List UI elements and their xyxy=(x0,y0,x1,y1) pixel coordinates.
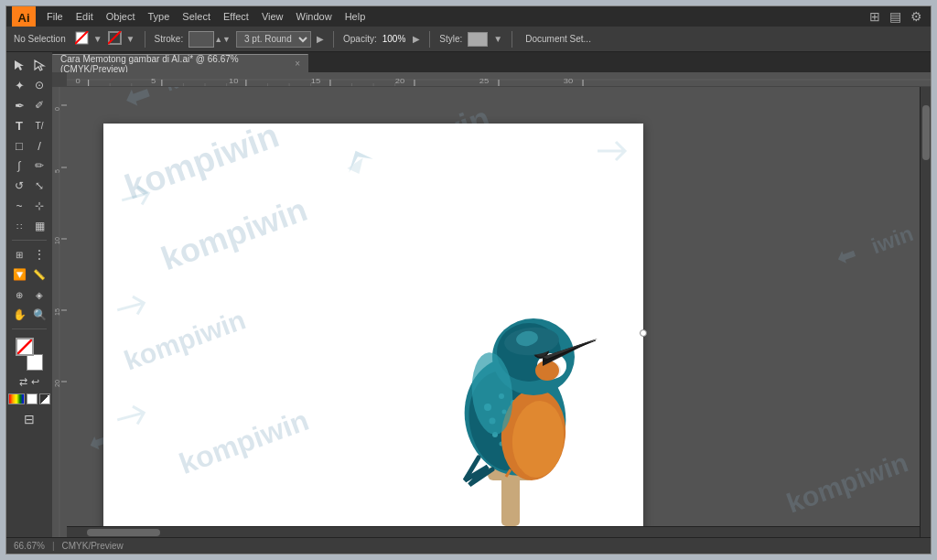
fill-box[interactable]: ▼ xyxy=(75,31,102,48)
magic-lasso-row: ✦ ⊙ xyxy=(10,76,48,94)
pen-tool-button[interactable]: ✒ xyxy=(10,96,28,114)
menu-view[interactable]: View xyxy=(256,9,289,24)
menu-window[interactable]: Window xyxy=(291,9,338,24)
menu-edit[interactable]: Edit xyxy=(70,9,99,24)
stroke-box[interactable]: ▼ xyxy=(108,31,135,48)
rect-tool-button[interactable]: □ xyxy=(10,136,28,155)
symbol-tool-button[interactable]: ∷ xyxy=(10,217,28,235)
opacity-arrow[interactable]: ▶ xyxy=(413,34,420,44)
main-area: ✦ ⊙ ✒ ✐ T T/ □ / xyxy=(6,52,931,537)
scroll-thumb-h[interactable] xyxy=(87,529,160,536)
svg-text:0: 0 xyxy=(54,107,60,111)
menu-effect[interactable]: Effect xyxy=(218,9,254,24)
tool-separator-2 xyxy=(12,328,47,329)
svg-text:30: 30 xyxy=(564,77,574,85)
zoom-tool-button[interactable]: 🔍 xyxy=(30,306,48,324)
svg-text:10: 10 xyxy=(54,237,60,244)
fill-color-box[interactable] xyxy=(16,338,34,356)
menu-bar: File Edit Object Type Select Effect View… xyxy=(41,9,861,24)
line-tool-button[interactable]: / xyxy=(30,136,48,155)
pen-tools-row: ✒ ✐ xyxy=(10,96,48,114)
document-tab[interactable]: Cara Memotong gambar di AI.ai* @ 66.67% … xyxy=(52,54,308,72)
bird-illustration xyxy=(396,215,625,526)
ruler-corner xyxy=(52,72,67,87)
direct-selection-tool-button[interactable] xyxy=(30,56,48,74)
transform-tools-row: ↺ ⤡ xyxy=(10,177,48,195)
artboard-tool-button[interactable]: ⊞ xyxy=(10,245,28,264)
type-tool-button[interactable]: T xyxy=(10,116,28,135)
screen-mode-button[interactable]: ⊟ xyxy=(24,412,35,426)
svg-text:10: 10 xyxy=(229,77,239,85)
stroke-color-box[interactable] xyxy=(27,354,43,371)
paintbrush-button[interactable]: ∫ xyxy=(10,156,28,175)
default-colors-button[interactable]: ↩ xyxy=(31,376,39,388)
shape-tools-row: □ / xyxy=(10,136,48,155)
swap-colors-button[interactable]: ⇄ xyxy=(19,376,27,388)
menu-file[interactable]: File xyxy=(41,9,69,24)
symbol-graph-row: ∷ ▦ xyxy=(10,217,48,235)
curvature-tool-button[interactable]: ✐ xyxy=(30,96,48,114)
document-setup-button[interactable]: Document Set... xyxy=(525,34,591,44)
scrollbar-vertical[interactable] xyxy=(920,87,931,537)
puppet-warp-button[interactable]: ⊹ xyxy=(30,197,48,215)
artboard: kompiwin kompiwin kompiwin xyxy=(103,124,643,526)
graph-tool-button[interactable]: ▦ xyxy=(30,217,48,235)
bg-watermark-4: kompiwin xyxy=(782,447,912,519)
selection-tools-row xyxy=(10,56,48,74)
canvas-viewport[interactable]: ⬅kompiwin kompiwin ⬅kompiwin kompiwin xyxy=(67,87,920,526)
color-mode-button[interactable] xyxy=(8,393,25,404)
warp-tool-button[interactable]: ~ xyxy=(10,197,28,215)
menu-type[interactable]: Type xyxy=(143,9,176,24)
arrange-icon[interactable]: ⊞ xyxy=(867,8,883,25)
pencil-button[interactable]: ✏ xyxy=(30,156,48,175)
scroll-thumb-v[interactable] xyxy=(922,105,930,160)
touch-type-button[interactable]: T/ xyxy=(30,116,48,135)
tab-close-button[interactable]: × xyxy=(295,59,300,69)
selection-tool-button[interactable] xyxy=(10,56,28,74)
color-mode-row xyxy=(8,393,50,404)
status-doc-info: CMYK/Preview xyxy=(62,541,124,551)
eyedropper-button[interactable]: 🔽 xyxy=(10,265,28,284)
canvas-wrapper: ⬅kompiwin kompiwin ⬅kompiwin kompiwin xyxy=(67,87,920,537)
lasso-button[interactable]: ⊙ xyxy=(30,76,48,94)
divider-3 xyxy=(429,31,430,48)
stroke-up-down[interactable]: ▲▼ xyxy=(214,35,231,44)
artboard-handle[interactable] xyxy=(640,329,647,337)
divider-2 xyxy=(333,31,334,48)
style-swatch[interactable] xyxy=(468,32,488,47)
artboard-row: ⊞ ⋮ xyxy=(10,245,48,264)
workspace-icon[interactable]: ▤ xyxy=(887,8,904,25)
svg-marker-4 xyxy=(15,60,24,70)
stroke-arrow-icon: ▶ xyxy=(317,34,324,44)
measure-button[interactable]: 📏 xyxy=(30,265,48,284)
svg-line-3 xyxy=(108,31,121,44)
fill-stroke-colors xyxy=(12,338,47,371)
svg-text:15: 15 xyxy=(311,77,321,85)
hand-tool-button[interactable]: ✋ xyxy=(10,306,28,324)
style-label: Style: xyxy=(439,34,462,44)
style-arrow[interactable]: ▼ xyxy=(493,34,502,44)
stroke-value-input[interactable] xyxy=(188,31,214,48)
tab-bar: Cara Memotong gambar di AI.ai* @ 66.67% … xyxy=(52,52,931,72)
menu-select[interactable]: Select xyxy=(177,9,216,24)
stroke-type-select[interactable]: 3 pt. Round xyxy=(236,31,311,48)
status-divider: | xyxy=(52,541,55,551)
rotate-tool-button[interactable]: ↺ xyxy=(10,177,28,195)
scale-tool-button[interactable]: ⤡ xyxy=(30,177,48,195)
magic-wand-button[interactable]: ✦ xyxy=(10,76,28,94)
extras-icon[interactable]: ⚙ xyxy=(908,8,925,25)
menu-object[interactable]: Object xyxy=(101,9,141,24)
no-selection-label: No Selection xyxy=(14,34,66,44)
svg-text:0: 0 xyxy=(75,77,80,85)
slice-tool-button[interactable]: ⋮ xyxy=(30,245,48,264)
live-paint-button[interactable]: ◈ xyxy=(30,285,48,304)
gradient-mode-button[interactable] xyxy=(39,393,50,404)
left-toolbar: ✦ ⊙ ✒ ✐ T T/ □ / xyxy=(6,52,52,537)
blend-tool-button[interactable]: ⊕ xyxy=(10,285,28,304)
scrollbar-horizontal[interactable] xyxy=(67,526,920,537)
type-tools-row: T T/ xyxy=(10,116,48,135)
none-mode-button[interactable] xyxy=(27,393,38,404)
menu-help[interactable]: Help xyxy=(339,9,372,24)
svg-text:5: 5 xyxy=(54,169,60,173)
svg-text:15: 15 xyxy=(54,308,60,316)
